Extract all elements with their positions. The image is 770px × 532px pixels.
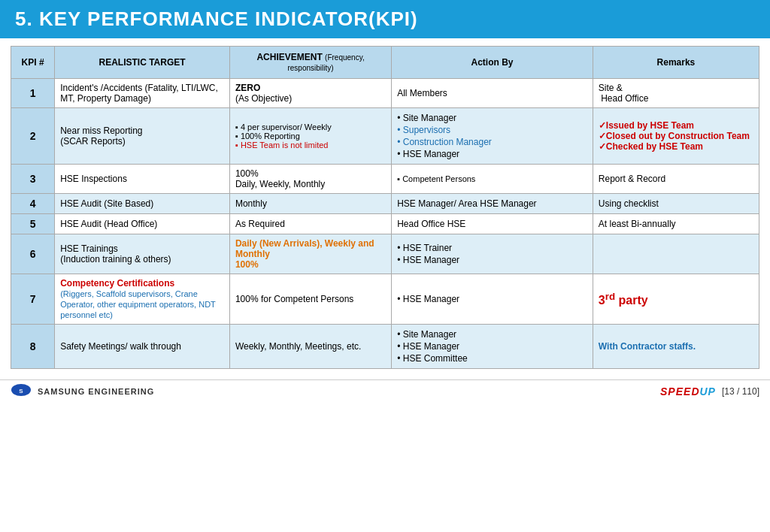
header-title: 5. KEY PERFORMANCE INDICATOR(KPI) [15,8,418,31]
kpi-achievement: 100% for Competent Persons [229,274,391,325]
col-header-remarks: Remarks [593,47,759,79]
kpi-num: 5 [11,214,55,234]
kpi-num: 4 [11,194,55,214]
footer-left: S SAMSUNG ENGINEERING [11,383,154,399]
table-row: 2 Near miss Reporting(SCAR Reports) 4 pe… [11,108,759,165]
col-header-actionby: Action By [392,47,593,79]
kpi-actionby: Site Manager Supervisors Construction Ma… [392,108,593,165]
kpi-achievement: Weekly, Monthly, Meetings, etc. [229,325,391,369]
kpi-target: Competency Certifications (Riggers, Scaf… [55,274,230,325]
col-header-kpi: KPI # [11,47,55,79]
kpi-actionby: HSE Manager/ Area HSE Manager [392,194,593,214]
kpi-table: KPI # REALISTIC TARGET ACHIEVEMENT (Freq… [11,46,759,369]
kpi-remarks [593,234,759,274]
col-header-target: REALISTIC TARGET [55,47,230,79]
samsung-icon: S [11,383,32,399]
kpi-remarks: Site & Head Office [593,79,759,108]
kpi-num: 2 [11,108,55,165]
footer: S SAMSUNG ENGINEERING SPEEDUP [13 / 110] [0,379,770,401]
table-row: 7 Competency Certifications (Riggers, Sc… [11,274,759,325]
kpi-target: Safety Meetings/ walk through [55,325,230,369]
kpi-target: HSE Audit (Head Office) [55,214,230,234]
page-number: [13 / 110] [722,386,759,397]
table-row: 8 Safety Meetings/ walk through Weekly, … [11,325,759,369]
kpi-target: HSE Audit (Site Based) [55,194,230,214]
table-row: 4 HSE Audit (Site Based) Monthly HSE Man… [11,194,759,214]
table-row: 6 HSE Trainings(Induction training & oth… [11,234,759,274]
kpi-achievement: Daily (New Arrivals), Weekly and Monthly… [229,234,391,274]
kpi-target: Near miss Reporting(SCAR Reports) [55,108,230,165]
main-content: KPI # REALISTIC TARGET ACHIEVEMENT (Freq… [0,38,770,376]
kpi-target: Incident's /Accidents (Fatality, LTI/LWC… [55,79,230,108]
kpi-achievement: ZERO(As Objective) [229,79,391,108]
kpi-remarks: With Contractor staffs. [593,325,759,369]
kpi-target: HSE Inspections [55,165,230,194]
kpi-actionby: HSE Trainer HSE Manager [392,234,593,274]
kpi-achievement: 100%Daily, Weekly, Monthly [229,165,391,194]
kpi-remarks: 3rd party [593,274,759,325]
footer-right: SPEEDUP [13 / 110] [660,385,759,397]
kpi-achievement: 4 per supervisor/ Weekly 100% Reporting … [229,108,391,165]
kpi-num: 1 [11,79,55,108]
kpi-num: 7 [11,274,55,325]
kpi-remarks: ✓Issued by HSE Team ✓Closed out by Const… [593,108,759,165]
samsung-eng-label: SAMSUNG ENGINEERING [38,387,154,396]
svg-text:S: S [19,388,23,394]
kpi-achievement: As Required [229,214,391,234]
kpi-target: HSE Trainings(Induction training & other… [55,234,230,274]
kpi-actionby: Head Office HSE [392,214,593,234]
kpi-num: 6 [11,234,55,274]
kpi-actionby: Competent Persons [392,165,593,194]
kpi-num: 8 [11,325,55,369]
speedup-logo: SPEEDUP [660,385,716,397]
kpi-remarks: At least Bi-annually [593,214,759,234]
col-header-achievement: ACHIEVEMENT (Frequency, responsibility) [229,47,391,79]
table-row: 1 Incident's /Accidents (Fatality, LTI/L… [11,79,759,108]
header: 5. KEY PERFORMANCE INDICATOR(KPI) [0,0,770,38]
kpi-remarks: Using checklist [593,194,759,214]
kpi-num: 3 [11,165,55,194]
kpi-actionby: All Members [392,79,593,108]
kpi-actionby: HSE Manager [392,274,593,325]
kpi-achievement: Monthly [229,194,391,214]
kpi-actionby: Site Manager HSE Manager HSE Committee [392,325,593,369]
table-row: 5 HSE Audit (Head Office) As Required He… [11,214,759,234]
table-row: 3 HSE Inspections 100%Daily, Weekly, Mon… [11,165,759,194]
kpi-remarks: Report & Record [593,165,759,194]
